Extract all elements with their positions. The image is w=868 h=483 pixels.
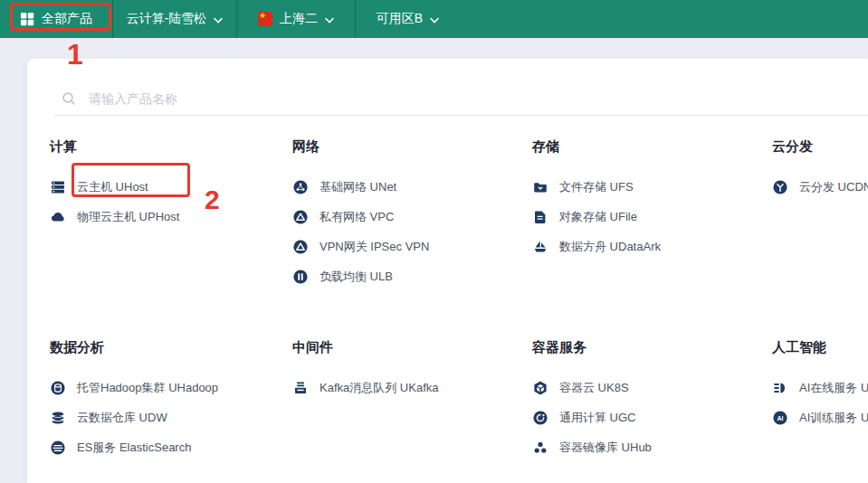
product-item-label: 负载均衡 ULB xyxy=(320,269,393,285)
product-item-udw[interactable]: 云数据仓库 UDW xyxy=(50,402,285,432)
product-item-label: 容器云 UK8S xyxy=(559,380,629,396)
category-title: 网络 xyxy=(292,138,526,154)
china-flag-icon: ★ xyxy=(258,12,272,26)
product-item-uai-train[interactable]: AI AI训练服务 UAI xyxy=(772,402,868,432)
zone-label: 可用区B xyxy=(377,11,423,27)
message-queue-icon xyxy=(292,380,309,396)
product-item-label: 私有网络 VPC xyxy=(320,209,394,225)
product-item-ulb[interactable]: 负载均衡 ULB xyxy=(292,261,526,291)
category-ai: 人工智能 AI在线服务 UAI AI AI训练服务 UAI xyxy=(772,339,868,432)
chevron-down-icon xyxy=(214,17,223,24)
all-products-label: 全部产品 xyxy=(42,11,92,27)
product-item-label: VPN网关 IPSec VPN xyxy=(320,239,429,255)
cloud-icon xyxy=(50,209,66,225)
product-item-label: 基础网络 UNet xyxy=(320,179,396,195)
product-item-uhadoop[interactable]: 托管Hadoop集群 UHadoop xyxy=(50,373,285,402)
product-item-udataark[interactable]: 数据方舟 UDataArk xyxy=(532,232,766,261)
chevron-down-icon xyxy=(325,17,334,24)
product-item-elasticsearch[interactable]: ES服务 ElasticSearch xyxy=(50,432,285,462)
product-item-unet[interactable]: 基础网络 UNet xyxy=(292,172,526,202)
category-title: 容器服务 xyxy=(532,339,766,355)
database-stack-icon xyxy=(50,410,66,426)
product-item-uphost[interactable]: 物理云主机 UPHost xyxy=(50,202,285,232)
network-nodes-icon xyxy=(292,179,309,195)
cdn-branch-icon xyxy=(772,179,788,195)
uhost-server-icon xyxy=(50,179,66,195)
vpc-triangle-icon xyxy=(292,209,309,225)
category-cdn: 云分发 云分发 UCDN xyxy=(772,138,868,202)
sailboat-icon xyxy=(532,239,548,255)
product-menu-panel: 计算 云主机 UHost 物理云主机 UPHost 网络 基础网络 UNet xyxy=(27,59,868,483)
product-item-label: 文件存储 UFS xyxy=(559,179,634,195)
product-item-ucdn[interactable]: 云分发 UCDN xyxy=(772,172,868,202)
category-container: 容器服务 容器云 UK8S 通用计算 UGC 容器镜像库 UHub xyxy=(532,339,766,462)
grid-icon xyxy=(20,12,34,26)
all-products-tab[interactable]: 全部产品 xyxy=(0,0,112,38)
product-search-row xyxy=(54,59,868,116)
category-title: 数据分析 xyxy=(50,339,285,355)
annotation-number-1: 1 xyxy=(67,40,83,69)
product-item-ukafka[interactable]: Kafka消息队列 UKafka xyxy=(292,373,526,402)
ai-train-icon: AI xyxy=(772,410,788,426)
category-storage: 存储 文件存储 UFS 对象存储 UFile 数据方舟 UDataArk xyxy=(532,138,766,261)
category-title: 存储 xyxy=(532,138,766,154)
product-item-label: ES服务 ElasticSearch xyxy=(77,440,191,456)
elasticsearch-icon xyxy=(50,440,66,456)
svg-text:AI: AI xyxy=(777,414,784,421)
product-item-label: 通用计算 UGC xyxy=(559,410,636,426)
category-middleware: 中间件 Kafka消息队列 UKafka xyxy=(292,339,526,402)
compute-swirl-icon xyxy=(532,410,548,426)
product-item-ipsec-vpn[interactable]: VPN网关 IPSec VPN xyxy=(292,232,526,261)
category-compute: 计算 云主机 UHost 物理云主机 UPHost xyxy=(50,138,285,232)
product-item-label: 托管Hadoop集群 UHadoop xyxy=(77,380,218,396)
ai-online-icon xyxy=(772,380,788,396)
hub-circles-icon xyxy=(532,440,548,456)
file-icon xyxy=(532,209,548,225)
top-navigation-bar: 全部产品 云计算-陆雪松 ★ 上海二 可用区B xyxy=(0,0,868,38)
product-item-ufile[interactable]: 对象存储 UFile xyxy=(532,202,766,232)
vpn-triangle-icon xyxy=(292,239,309,255)
product-item-label: Kafka消息队列 UKafka xyxy=(320,380,439,396)
product-item-ufs[interactable]: 文件存储 UFS xyxy=(532,172,766,202)
product-item-uk8s[interactable]: 容器云 UK8S xyxy=(532,373,766,402)
account-menu[interactable]: 云计算-陆雪松 xyxy=(113,0,236,38)
product-item-uhost[interactable]: 云主机 UHost xyxy=(50,172,285,202)
category-title: 中间件 xyxy=(292,339,526,355)
chevron-down-icon xyxy=(430,17,439,24)
database-circle-icon xyxy=(50,380,66,396)
product-item-label: AI训练服务 UAI xyxy=(799,410,868,426)
product-item-vpc[interactable]: 私有网络 VPC xyxy=(292,202,526,232)
account-label: 云计算-陆雪松 xyxy=(127,11,207,27)
product-item-label: 容器镜像库 UHub xyxy=(559,440,652,456)
category-data-analysis: 数据分析 托管Hadoop集群 UHadoop 云数据仓库 UDW ES服务 E… xyxy=(50,339,285,462)
product-item-label: 对象存储 UFile xyxy=(559,209,637,225)
product-item-uhub[interactable]: 容器镜像库 UHub xyxy=(532,432,766,462)
category-title: 计算 xyxy=(50,138,285,154)
product-item-label: 云数据仓库 UDW xyxy=(77,410,167,426)
product-item-label: AI在线服务 UAI xyxy=(799,380,868,396)
annotation-number-2: 2 xyxy=(205,186,220,213)
search-input[interactable] xyxy=(87,90,868,107)
folder-icon xyxy=(532,179,548,195)
zone-selector[interactable]: 可用区B xyxy=(356,0,460,38)
category-title: 云分发 xyxy=(772,138,868,154)
category-network: 网络 基础网络 UNet 私有网络 VPC VPN网关 IPSec VPN 负载… xyxy=(292,138,526,291)
load-balancer-icon xyxy=(292,269,309,285)
product-item-label: 物理云主机 UPHost xyxy=(77,209,179,225)
product-item-uai-online[interactable]: AI在线服务 UAI xyxy=(772,373,868,402)
region-label: 上海二 xyxy=(280,11,318,27)
product-item-label: 云主机 UHost xyxy=(77,179,148,195)
k8s-hexagon-icon xyxy=(532,380,548,396)
product-item-label: 云分发 UCDN xyxy=(799,179,868,195)
product-item-label: 数据方舟 UDataArk xyxy=(559,239,661,255)
product-item-ugc[interactable]: 通用计算 UGC xyxy=(532,402,766,432)
search-icon xyxy=(62,91,76,106)
category-title: 人工智能 xyxy=(772,339,868,355)
region-selector[interactable]: ★ 上海二 xyxy=(237,0,355,38)
